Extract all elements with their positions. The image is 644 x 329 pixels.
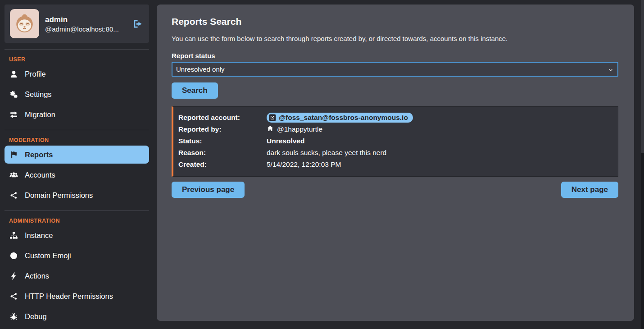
- chevron-down-icon: [608, 67, 614, 73]
- sign-out-icon: [132, 18, 144, 30]
- main-panel: Reports Search You can use the form belo…: [157, 5, 634, 321]
- sidebar: admin @admin@localhost:80... USER Profil…: [0, 0, 155, 329]
- sidebar-item-accounts[interactable]: Accounts: [5, 166, 149, 184]
- sidebar-item-label: Reports: [25, 151, 53, 159]
- previous-page-button[interactable]: Previous page: [172, 182, 245, 198]
- reported-account-handle: @foss_satan@fossbros-anonymous.io: [279, 114, 408, 122]
- sidebar-item-domain-permissions[interactable]: Domain Permissions: [5, 186, 149, 204]
- sidebar-item-label: HTTP Header Permissions: [25, 292, 113, 301]
- report-row-reported-account: Reported account: @foss_satan@fossbros-a…: [178, 112, 612, 123]
- sidebar-item-label: Debug: [25, 312, 47, 321]
- created-value: 5/14/2022, 12:20:03 PM: [267, 160, 341, 169]
- share-nodes-icon: [9, 292, 18, 301]
- bug-icon: [9, 312, 18, 321]
- sidebar-item-instance[interactable]: Instance: [5, 226, 149, 244]
- sidebar-item-label: Actions: [25, 272, 49, 280]
- page-title: Reports Search: [172, 16, 618, 27]
- report-row-created: Created: 5/14/2022, 12:20:03 PM: [178, 159, 612, 170]
- sidebar-divider: [5, 49, 149, 50]
- user-icon: [9, 69, 18, 78]
- sidebar-item-actions[interactable]: Actions: [5, 267, 149, 285]
- reported-account-link[interactable]: @foss_satan@fossbros-anonymous.io: [267, 113, 413, 123]
- user-meta: admin @admin@localhost:80...: [45, 14, 126, 33]
- username: admin: [45, 14, 126, 26]
- sidebar-item-label: Custom Emoji: [25, 251, 71, 260]
- user-handle: @admin@localhost:80...: [45, 25, 126, 33]
- reason-value: dark souls sucks, please yeet this nerd: [267, 149, 386, 157]
- report-status-label: Report status: [172, 52, 618, 59]
- scrollbar-thumb[interactable]: [641, 0, 644, 153]
- logout-button[interactable]: [132, 18, 144, 30]
- report-row-reason: Reason: dark souls sucks, please yeet th…: [178, 147, 612, 159]
- search-button[interactable]: Search: [172, 82, 218, 99]
- status-label: Status:: [178, 137, 267, 145]
- sidebar-item-label: Migration: [25, 110, 55, 119]
- reported-by-label: Reported by:: [178, 125, 267, 133]
- sidebar-item-label: Domain Permissions: [25, 191, 93, 200]
- user-card: admin @admin@localhost:80...: [5, 5, 149, 43]
- sidebar-item-migration[interactable]: Migration: [5, 105, 149, 123]
- status-value: Unresolved: [267, 137, 304, 145]
- sidebar-item-custom-emoji[interactable]: Custom Emoji: [5, 247, 149, 265]
- sidebar-divider: [5, 130, 149, 130]
- next-page-button[interactable]: Next page: [561, 182, 618, 198]
- report-card[interactable]: Reported account: @foss_satan@fossbros-a…: [172, 106, 618, 177]
- pagination: Previous page Next page: [172, 182, 618, 198]
- sidebar-divider: [5, 210, 149, 211]
- share-nodes-icon: [9, 191, 18, 200]
- sidebar-item-http-header-permissions[interactable]: HTTP Header Permissions: [5, 287, 149, 305]
- sloth-avatar: [10, 9, 39, 38]
- sidebar-item-label: Accounts: [25, 171, 55, 179]
- sitemap-icon: [9, 231, 18, 240]
- reported-by-handle: @1happyturtle: [277, 125, 322, 133]
- report-row-reported-by: Reported by: @1happyturtle: [178, 123, 612, 135]
- bolt-icon: [9, 271, 18, 280]
- report-status-selected-value: Unresolved only: [176, 65, 225, 73]
- reason-label: Reason:: [178, 149, 267, 157]
- sidebar-item-profile[interactable]: Profile: [5, 65, 149, 83]
- section-label-administration: ADMINISTRATION: [5, 218, 149, 224]
- sidebar-item-settings[interactable]: Settings: [5, 85, 149, 103]
- flag-icon: [9, 150, 18, 159]
- sidebar-item-debug[interactable]: Debug: [5, 307, 149, 325]
- section-label-moderation: MODERATION: [5, 137, 149, 143]
- sidebar-item-label: Settings: [25, 90, 52, 99]
- gears-icon: [9, 90, 18, 99]
- sidebar-item-label: Instance: [25, 231, 53, 240]
- reported-account-label: Reported account:: [178, 114, 267, 122]
- page-description: You can use the form below to search thr…: [172, 35, 618, 42]
- home-icon: [267, 125, 274, 134]
- section-label-user: USER: [5, 56, 149, 63]
- users-icon: [9, 170, 18, 179]
- page-scrollbar: [641, 0, 644, 329]
- created-label: Created:: [178, 160, 267, 169]
- smiley-icon: [9, 251, 18, 260]
- report-status-select[interactable]: Unresolved only: [172, 62, 618, 77]
- external-link-square-icon: [269, 114, 276, 121]
- report-row-status: Status: Unresolved: [178, 135, 612, 147]
- sidebar-item-label: Profile: [25, 70, 46, 78]
- exchange-arrows-icon: [9, 110, 18, 119]
- sidebar-item-reports[interactable]: Reports: [5, 146, 149, 164]
